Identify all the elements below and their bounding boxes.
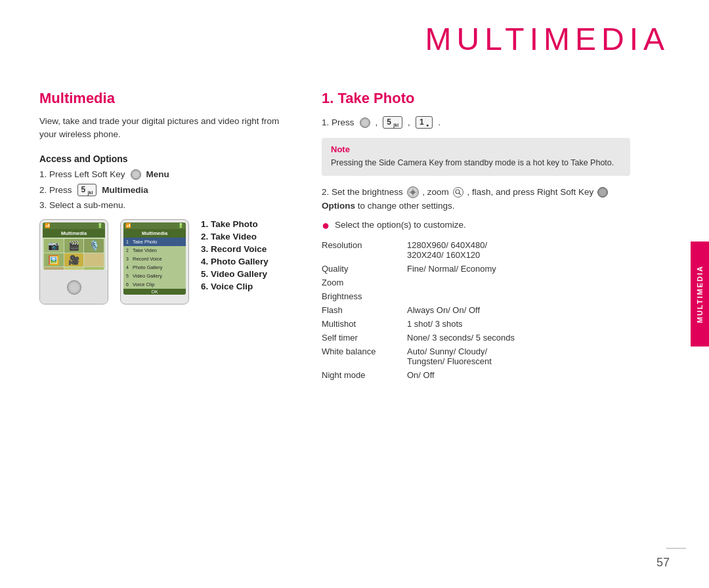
table-label-zoom: Zoom	[322, 276, 407, 289]
phone-screen-title: Multimedia	[43, 229, 105, 238]
phone-screen-header: 📶🔋	[43, 222, 105, 229]
menu-item-1: 1Take Photo	[123, 238, 186, 246]
menu-item-5: 5Video Gallery	[123, 272, 186, 280]
table-label-night-mode: Night mode	[322, 368, 407, 382]
phone-grid: 📷 🎬 🎙️ 🖼️ 🎥	[43, 238, 105, 270]
press-nav-icon	[360, 117, 370, 128]
grid-cell-1: 📷	[44, 239, 64, 253]
table-row: Resolution 1280X960/ 640X480/320X240/ 16…	[322, 238, 630, 262]
table-label-quality: Quality	[322, 262, 407, 276]
table-value-quality: Fine/ Normal/ Economy	[407, 262, 630, 276]
table-value-zoom	[407, 276, 630, 289]
menu-text-item-3: 3. Record Voice	[201, 244, 269, 254]
table-value-flash: Always On/ On/ Off	[407, 303, 630, 317]
right-step-2: 2. Set the brightness , zoom , flash, an…	[322, 185, 630, 213]
table-row: Multishot 1 shot/ 3 shots	[322, 317, 630, 331]
menu-item-4: 4Photo Gallery	[123, 263, 186, 272]
table-label-brightness: Brightness	[322, 289, 407, 303]
left-soft-key-icon	[131, 169, 141, 180]
table-row: White balance Auto/ Sunny/ Cloudy/Tungst…	[322, 345, 630, 368]
svg-point-5	[456, 190, 460, 194]
table-row: Flash Always On/ On/ Off	[322, 303, 630, 317]
table-row: Night mode On/ Off	[322, 368, 630, 382]
left-column: Multimedia View, take and trade your dig…	[39, 90, 295, 382]
table-row: Self timer None/ 3 seconds/ 5 seconds	[322, 331, 630, 345]
grid-cell-4: 🖼️	[44, 253, 64, 267]
bullet-row: ● Select the option(s) to customize.	[322, 220, 630, 232]
table-row: Zoom	[322, 276, 630, 289]
step-2: 2. Press 5 jkl Multimedia	[39, 184, 295, 196]
page-number: 57	[656, 556, 670, 570]
grid-cell-7	[44, 267, 64, 270]
phone-nav-circle-1	[67, 280, 81, 295]
bullet-dot: ●	[322, 219, 330, 232]
left-section-title: Multimedia	[39, 90, 295, 107]
table-label-multishot: Multishot	[322, 317, 407, 331]
side-separator	[666, 548, 686, 549]
brightness-icon	[407, 186, 419, 198]
table-value-brightness	[407, 289, 630, 303]
menu-text-item-4: 4. Photo Gallery	[201, 257, 269, 266]
right-section-title: 1. Take Photo	[322, 90, 630, 107]
table-value-self-timer: None/ 3 seconds/ 5 seconds	[407, 331, 630, 345]
menu-item-2: 2Take Video	[123, 246, 186, 255]
phone-bottom-1	[40, 270, 108, 304]
right-column: 1. Take Photo 1. Press , 5 jkl , 1 ● . N…	[322, 90, 630, 382]
page-title-bar: MULTIMEDIA	[0, 0, 709, 70]
table-row: Brightness	[322, 289, 630, 303]
grid-cell-6	[84, 253, 104, 267]
menu-screen-title: Multimedia	[123, 229, 186, 238]
note-box: Note Pressing the Side Camera Key from s…	[322, 138, 630, 175]
menu-text-item-2: 2. Take Video	[201, 232, 269, 242]
svg-line-6	[459, 193, 461, 195]
menu-text-item-6: 6. Voice Clip	[201, 282, 269, 291]
page-title: MULTIMEDIA	[0, 21, 670, 57]
note-text: Pressing the Side Camera Key from standb…	[331, 157, 621, 169]
side-tab: MULTIMEDIA	[691, 242, 709, 346]
table-label-resolution: Resolution	[322, 238, 407, 262]
menu-mockup-screen: 📶🔋 Multimedia 1Take Photo 2Take Video 3R…	[123, 222, 186, 295]
note-label: Note	[331, 144, 621, 154]
table-label-white-balance: White balance	[322, 345, 407, 368]
grid-cell-8	[64, 267, 84, 270]
right-soft-key-icon	[597, 187, 608, 198]
grid-cell-3: 🎙️	[84, 239, 104, 253]
phone-mockups-area: 📶🔋 Multimedia 📷 🎬 🎙️ 🖼️ 🎥	[39, 219, 295, 304]
table-label-flash: Flash	[322, 303, 407, 317]
grid-cell-5: 🎥	[64, 253, 84, 267]
intro-text: View, take and trade your digital pictur…	[39, 115, 295, 142]
table-value-multishot: 1 shot/ 3 shots	[407, 317, 630, 331]
phone-mockup-menu: 📶🔋 Multimedia 1Take Photo 2Take Video 3R…	[120, 219, 189, 304]
key-5-box: 5 jkl	[77, 184, 97, 196]
side-tab-label: MULTIMEDIA	[696, 265, 704, 323]
table-value-resolution: 1280X960/ 640X480/320X240/ 160X120	[407, 238, 630, 262]
bullet-text: Select the option(s) to customize.	[335, 220, 466, 230]
menu-item-6: 6Voice Clip	[123, 280, 186, 289]
table-label-self-timer: Self timer	[322, 331, 407, 345]
step-1: 1. Press Left Soft Key Menu	[39, 169, 295, 180]
zoom-icon	[453, 187, 463, 198]
table-value-night-mode: On/ Off	[407, 368, 630, 382]
table-value-white-balance: Auto/ Sunny/ Cloudy/Tungsten/ Fluorescen…	[407, 345, 630, 368]
menu-screen-header: 📶🔋	[123, 222, 186, 229]
menu-text-item-1: 1. Take Photo	[201, 219, 269, 229]
phone-mockup-grid: 📶🔋 Multimedia 📷 🎬 🎙️ 🖼️ 🎥	[39, 219, 108, 304]
key-5jkl-box: 5 jkl	[383, 116, 402, 129]
menu-text-item-5: 5. Video Gallery	[201, 269, 269, 279]
key-1-box: 1 ●	[416, 116, 433, 129]
menu-items-text-list: 1. Take Photo 2. Take Video 3. Record Vo…	[201, 219, 269, 304]
menu-ok-bar: OK	[123, 289, 186, 295]
options-table: Resolution 1280X960/ 640X480/320X240/ 16…	[322, 238, 630, 382]
svg-point-0	[411, 190, 415, 194]
menu-item-3: 3Record Voice	[123, 255, 186, 263]
right-step-1: 1. Press , 5 jkl , 1 ● .	[322, 116, 630, 129]
access-options-heading: Access and Options	[39, 154, 295, 164]
grid-cell-2: 🎬	[64, 239, 84, 253]
table-row: Quality Fine/ Normal/ Economy	[322, 262, 630, 276]
step-3: 3. Select a sub-menu.	[39, 200, 295, 210]
grid-cell-9	[84, 267, 104, 270]
phone-screen-grid: 📶🔋 Multimedia 📷 🎬 🎙️ 🖼️ 🎥	[43, 222, 105, 270]
